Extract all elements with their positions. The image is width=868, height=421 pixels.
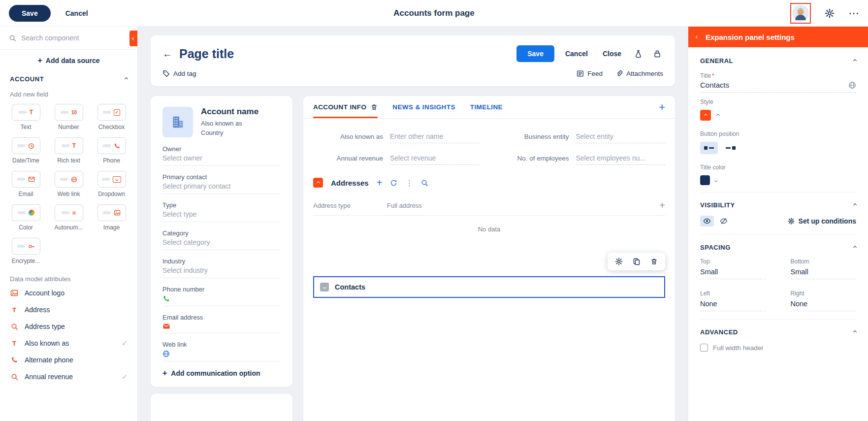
contacts-expansion-panel[interactable]: Contacts [313, 276, 665, 298]
add-data-source-button[interactable]: + Add data source [0, 50, 137, 67]
spacing-right-select[interactable]: None [791, 300, 857, 311]
also-known-as-input[interactable]: Enter other name [390, 132, 480, 143]
profile-avatar[interactable] [790, 3, 811, 24]
sidebar-collapse-button[interactable] [129, 31, 137, 46]
column-header-address-type[interactable]: Address type [313, 202, 387, 209]
tab-timeline[interactable]: TIMELINE [470, 96, 503, 118]
section-general[interactable]: GENERAL [700, 48, 856, 66]
field-tile-text[interactable]: T Text [6, 104, 46, 130]
field-tile-phone[interactable]: Phone [92, 137, 131, 164]
delete-icon[interactable] [650, 258, 658, 265]
tab-news-insights[interactable]: NEWS & INSIGHTS [392, 96, 455, 118]
add-tag-button[interactable]: Add tag [162, 70, 196, 77]
account-name-field[interactable]: Account name [201, 107, 258, 117]
section-spacing[interactable]: SPACING [700, 234, 856, 253]
add-tab-button[interactable]: + [659, 102, 665, 113]
contacts-collapse-toggle[interactable] [320, 283, 329, 291]
style-dropdown-chevron[interactable] [717, 114, 719, 117]
add-address-button[interactable]: + [377, 178, 383, 188]
attribute-alternate-phone[interactable]: Alternate phone [0, 352, 137, 368]
category-field[interactable]: Category Select category [162, 229, 281, 250]
field-tile-weblink[interactable]: Web link [49, 171, 89, 197]
attribute-address-type[interactable]: Address type [0, 318, 137, 335]
canvas-page-title[interactable]: Page title [179, 47, 234, 61]
input-line-shape [17, 178, 25, 181]
process-flask-icon[interactable] [632, 48, 644, 60]
canvas-cancel-button[interactable]: Cancel [561, 47, 592, 61]
web-link-field[interactable]: Web link [162, 341, 281, 361]
attachments-button[interactable]: Attachments [615, 70, 663, 77]
business-entity-input[interactable]: Select entity [576, 132, 666, 143]
button-position-right-option[interactable] [722, 142, 739, 154]
lock-icon[interactable] [651, 48, 663, 60]
field-tile-color[interactable]: Color [6, 204, 46, 231]
localization-icon[interactable] [848, 81, 856, 89]
hidden-toggle[interactable] [717, 216, 731, 227]
settings-panel-body: GENERAL Title* Style Button position [688, 47, 868, 421]
owner-field[interactable]: Owner Select owner [162, 145, 281, 166]
save-button[interactable]: Save [9, 5, 51, 22]
title-input[interactable] [700, 81, 848, 89]
set-up-conditions-button[interactable]: Set up conditions [788, 217, 856, 225]
title-color-dropdown-chevron[interactable] [715, 179, 717, 182]
addresses-collapse-toggle[interactable] [313, 178, 323, 188]
account-also-known-as[interactable]: Also known as [201, 119, 258, 129]
button-position-left-option[interactable] [700, 142, 718, 154]
account-country[interactable]: Country [201, 129, 258, 138]
account-logo-placeholder[interactable] [162, 107, 193, 137]
sidebar-section-account[interactable]: ACCOUNT [0, 67, 137, 86]
attribute-address[interactable]: T Address [0, 301, 137, 318]
field-tile-autonumber[interactable]: ≡ Autonum... [49, 204, 89, 231]
annual-revenue-input[interactable]: Select revenue [390, 154, 480, 165]
tab-account-info[interactable]: ACCOUNT INFO [313, 96, 378, 118]
section-advanced[interactable]: ADVANCED [700, 319, 856, 338]
attribute-annual-revenue[interactable]: Annual revenue ✓ [0, 368, 137, 385]
title-color-swatch[interactable] [700, 175, 710, 185]
field-tile-email[interactable]: Email [6, 171, 46, 197]
cancel-button[interactable]: Cancel [65, 9, 88, 17]
employees-input[interactable]: Select employees nu... [576, 154, 666, 165]
full-width-header-checkbox[interactable] [700, 344, 708, 352]
number-field-icon: 10 [71, 110, 77, 115]
field-tile-datetime[interactable]: Date/Time [6, 137, 46, 164]
feed-button[interactable]: Feed [577, 70, 603, 77]
industry-field[interactable]: Industry Select industry [162, 258, 281, 278]
topbar: Save Cancel Accounts form page ⋯ [0, 0, 868, 27]
spacing-left-select[interactable]: None [700, 300, 766, 311]
field-tile-image[interactable]: Image [92, 204, 131, 231]
phone-number-field[interactable]: Phone number [162, 286, 281, 306]
more-actions-icon[interactable]: ⋮ [405, 178, 413, 188]
visible-toggle[interactable] [700, 216, 714, 227]
search-component-input[interactable] [21, 34, 129, 42]
column-header-full-address[interactable]: Full address [387, 202, 659, 209]
field-tile-richtext[interactable]: T Rich text [49, 137, 89, 164]
type-field[interactable]: Type Select type [162, 201, 281, 222]
search-icon[interactable] [421, 179, 428, 187]
settings-gear-icon[interactable] [823, 6, 836, 20]
add-column-button[interactable]: + [659, 200, 665, 210]
add-communication-option-button[interactable]: + Add communication option [162, 369, 281, 377]
field-tile-dropdown[interactable]: Dropdown [92, 171, 131, 197]
field-tile-number[interactable]: 10 Number [49, 104, 89, 130]
more-options-icon[interactable]: ⋯ [848, 8, 859, 19]
spacing-bottom-select[interactable]: Small [791, 268, 857, 279]
back-arrow-icon[interactable]: ← [162, 48, 172, 60]
section-visibility[interactable]: VISIBILITY [700, 192, 856, 211]
component-settings-icon[interactable] [615, 258, 623, 265]
attribute-also-known-as[interactable]: T Also known as ✓ [0, 335, 137, 352]
account-profile-card[interactable]: Account name Also known as Country Owner… [151, 96, 292, 387]
canvas-close-button[interactable]: Close [599, 47, 625, 61]
style-swatch[interactable] [700, 110, 711, 121]
panel-collapse-icon[interactable] [696, 35, 699, 38]
spacing-top-select[interactable]: Small [700, 268, 766, 279]
field-tile-checkbox[interactable]: ✓ Checkbox [92, 104, 131, 130]
field-tile-encrypted[interactable]: Encrypte... [6, 238, 46, 264]
canvas-save-button[interactable]: Save [516, 45, 554, 62]
primary-contact-field[interactable]: Primary contact Select primary contact [162, 173, 281, 194]
refresh-icon[interactable] [390, 179, 397, 187]
form-field-label: Business entity [486, 133, 569, 140]
email-address-field[interactable]: Email address [162, 314, 281, 333]
attribute-account-logo[interactable]: Account logo [0, 285, 137, 301]
delete-tab-icon[interactable] [371, 103, 378, 111]
copy-icon[interactable] [633, 258, 641, 265]
